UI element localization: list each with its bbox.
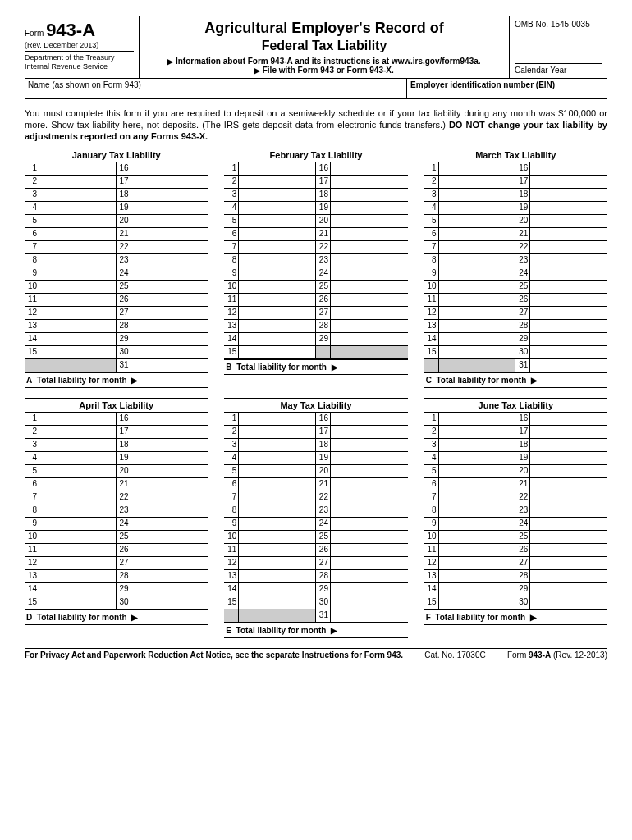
day-input[interactable] — [439, 307, 516, 320]
day-input[interactable] — [331, 426, 408, 439]
day-input[interactable] — [131, 281, 208, 294]
day-input[interactable] — [439, 557, 516, 570]
day-input[interactable] — [439, 596, 516, 609]
day-input[interactable] — [131, 162, 208, 176]
day-input[interactable] — [131, 202, 208, 215]
day-input[interactable] — [239, 307, 316, 320]
day-input[interactable] — [331, 241, 408, 254]
day-input[interactable] — [131, 228, 208, 241]
day-input[interactable] — [530, 294, 607, 307]
day-input[interactable] — [131, 452, 208, 465]
day-input[interactable] — [239, 518, 316, 531]
day-input[interactable] — [39, 307, 117, 320]
day-input[interactable] — [39, 518, 117, 531]
day-input[interactable] — [530, 281, 607, 294]
day-input[interactable] — [331, 281, 408, 294]
day-input[interactable] — [39, 478, 117, 491]
day-input[interactable] — [530, 426, 607, 439]
day-input[interactable] — [239, 215, 316, 228]
day-input[interactable] — [439, 491, 516, 504]
day-input[interactable] — [39, 267, 117, 281]
day-input[interactable] — [439, 504, 516, 518]
day-input[interactable] — [39, 504, 117, 518]
day-input[interactable] — [239, 465, 316, 478]
day-input[interactable] — [439, 333, 516, 346]
day-input[interactable] — [39, 583, 117, 596]
day-input[interactable] — [439, 570, 516, 583]
day-input[interactable] — [331, 531, 408, 544]
day-input[interactable] — [131, 333, 208, 346]
day-input[interactable] — [39, 557, 117, 570]
day-input[interactable] — [439, 176, 516, 189]
day-input[interactable] — [331, 176, 408, 189]
day-input[interactable] — [439, 254, 516, 267]
day-input[interactable] — [530, 544, 607, 557]
day-input[interactable] — [530, 504, 607, 518]
day-input[interactable] — [439, 294, 516, 307]
day-input[interactable] — [331, 307, 408, 320]
day-input[interactable] — [131, 596, 208, 609]
day-input[interactable] — [239, 346, 316, 359]
day-input[interactable] — [39, 162, 117, 176]
day-input[interactable] — [530, 307, 607, 320]
day-input[interactable] — [39, 531, 117, 544]
day-input[interactable] — [331, 583, 408, 596]
day-input[interactable] — [239, 413, 316, 426]
day-input[interactable] — [530, 491, 607, 504]
day-input[interactable] — [530, 320, 607, 333]
day-input[interactable] — [39, 189, 117, 202]
day-input[interactable] — [530, 439, 607, 452]
day-input[interactable] — [439, 544, 516, 557]
day-input[interactable] — [331, 504, 408, 518]
day-input[interactable] — [239, 241, 316, 254]
day-input[interactable] — [239, 570, 316, 583]
day-input[interactable] — [530, 465, 607, 478]
day-input[interactable] — [239, 267, 316, 281]
day-input[interactable] — [39, 281, 117, 294]
day-input[interactable] — [331, 518, 408, 531]
day-input[interactable] — [39, 491, 117, 504]
day-input[interactable] — [239, 333, 316, 346]
day-input[interactable] — [39, 215, 117, 228]
day-input[interactable] — [439, 281, 516, 294]
day-input[interactable] — [131, 491, 208, 504]
day-input[interactable] — [439, 202, 516, 215]
day-input[interactable] — [439, 426, 516, 439]
day-input[interactable] — [439, 162, 516, 176]
day-input[interactable] — [239, 189, 316, 202]
day-input[interactable] — [239, 491, 316, 504]
day-input[interactable] — [131, 189, 208, 202]
day-input[interactable] — [39, 176, 117, 189]
day-input[interactable] — [439, 189, 516, 202]
day-input[interactable] — [131, 346, 208, 359]
day-input[interactable] — [131, 426, 208, 439]
ein-field[interactable]: Employer identification number (EIN) — [406, 79, 607, 98]
day-input[interactable] — [239, 426, 316, 439]
day-input[interactable] — [331, 544, 408, 557]
day-input[interactable] — [131, 570, 208, 583]
day-input[interactable] — [131, 413, 208, 426]
day-input[interactable] — [239, 294, 316, 307]
day-input[interactable] — [131, 267, 208, 281]
day-input[interactable] — [239, 320, 316, 333]
day-input[interactable] — [530, 478, 607, 491]
day-input[interactable] — [439, 452, 516, 465]
day-input[interactable] — [39, 241, 117, 254]
day-input[interactable] — [331, 294, 408, 307]
day-input[interactable] — [439, 583, 516, 596]
day-input[interactable] — [439, 439, 516, 452]
day-input[interactable] — [239, 281, 316, 294]
day-input[interactable] — [331, 254, 408, 267]
day-input[interactable] — [331, 320, 408, 333]
name-field[interactable]: Name (as shown on Form 943) — [25, 79, 406, 98]
day-input[interactable] — [530, 531, 607, 544]
day-input[interactable] — [39, 320, 117, 333]
day-input[interactable] — [131, 478, 208, 491]
day-input[interactable] — [331, 215, 408, 228]
day-input[interactable] — [239, 504, 316, 518]
day-input[interactable] — [530, 202, 607, 215]
day-input[interactable] — [530, 452, 607, 465]
day-input[interactable] — [530, 413, 607, 426]
day-input[interactable] — [530, 557, 607, 570]
day-input[interactable] — [530, 518, 607, 531]
